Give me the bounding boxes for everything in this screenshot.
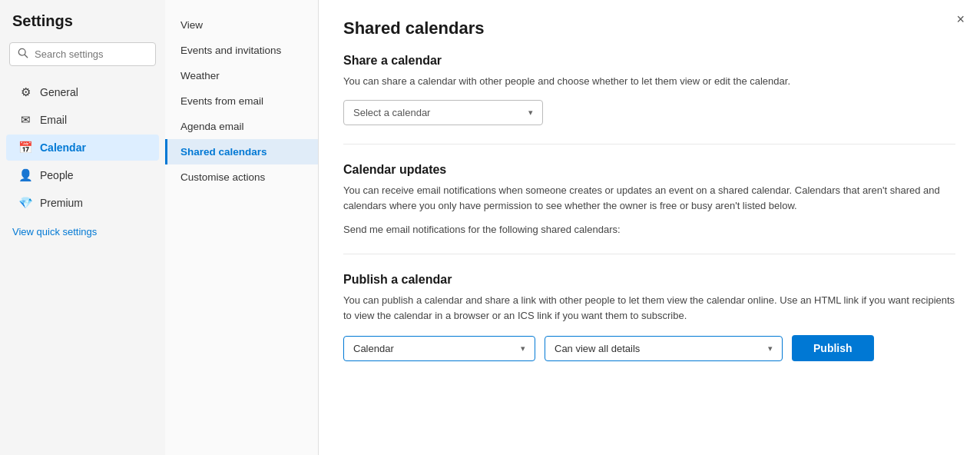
svg-line-1	[25, 55, 28, 58]
sidebar-label-calendar: Calendar	[40, 141, 86, 154]
nav-item-shared[interactable]: Shared calendars	[165, 139, 318, 164]
nav-item-agenda[interactable]: Agenda email	[165, 114, 318, 139]
close-button[interactable]: ×	[956, 12, 965, 26]
publish-permission-label: Can view all details	[555, 343, 640, 354]
sidebar-item-calendar[interactable]: 📅 Calendar	[6, 135, 159, 161]
select-calendar-dropdown[interactable]: Select a calendar ▾	[343, 100, 543, 125]
publish-calendar-dropdown[interactable]: Calendar ▾	[343, 336, 535, 361]
email-icon: ✉	[18, 113, 32, 127]
sidebar-item-general[interactable]: ⚙ General	[6, 79, 159, 105]
nav-item-weather[interactable]: Weather	[165, 63, 318, 88]
updates-section-desc: You can receive email notifications when…	[343, 183, 955, 215]
premium-icon: 💎	[18, 196, 32, 210]
chevron-down-icon-3: ▾	[768, 344, 773, 354]
sidebar-item-premium[interactable]: 💎 Premium	[6, 190, 159, 216]
nav-item-events-email[interactable]: Events from email	[165, 88, 318, 114]
sidebar-label-general: General	[40, 86, 78, 98]
search-icon	[18, 48, 28, 61]
calendar-icon: 📅	[18, 141, 32, 154]
page-title: Shared calendars	[343, 18, 955, 38]
sidebar-item-people[interactable]: 👤 People	[6, 162, 159, 188]
chevron-down-icon-2: ▾	[521, 344, 525, 354]
publish-section-desc: You can publish a calendar and share a l…	[343, 293, 955, 323]
section-divider	[343, 144, 955, 144]
publish-permission-dropdown[interactable]: Can view all details ▾	[545, 336, 783, 361]
general-icon: ⚙	[18, 85, 32, 99]
send-notification-text: Send me email notifications for the foll…	[343, 224, 955, 235]
middle-nav: View Events and invitations Weather Even…	[165, 0, 319, 455]
select-calendar-label: Select a calendar	[353, 107, 430, 118]
publish-section-title: Publish a calendar	[343, 273, 955, 287]
sidebar-label-premium: Premium	[40, 197, 83, 209]
sidebar-label-email: Email	[40, 114, 67, 126]
sidebar: Settings ⚙ General ✉ Email 📅 Calendar 👤 …	[0, 0, 165, 455]
nav-item-events[interactable]: Events and invitations	[165, 38, 318, 63]
view-quick-settings[interactable]: View quick settings	[0, 220, 165, 244]
chevron-down-icon: ▾	[528, 108, 533, 118]
publish-calendar-label: Calendar	[353, 343, 394, 354]
section-divider-2	[343, 254, 955, 254]
main-content: × Shared calendars Share a calendar You …	[319, 0, 980, 455]
publish-button[interactable]: Publish	[792, 335, 874, 361]
updates-section-title: Calendar updates	[343, 163, 955, 177]
share-section-title: Share a calendar	[343, 54, 955, 68]
publish-row: Calendar ▾ Can view all details ▾ Publis…	[343, 335, 955, 361]
app-title: Settings	[0, 12, 165, 42]
sidebar-label-people: People	[40, 169, 74, 181]
people-icon: 👤	[18, 168, 32, 182]
share-section-desc: You can share a calendar with other peop…	[343, 74, 955, 89]
search-box[interactable]	[9, 42, 156, 66]
search-input[interactable]	[35, 48, 147, 60]
nav-item-customise[interactable]: Customise actions	[165, 164, 318, 190]
nav-item-view[interactable]: View	[165, 12, 318, 38]
sidebar-item-email[interactable]: ✉ Email	[6, 107, 159, 133]
